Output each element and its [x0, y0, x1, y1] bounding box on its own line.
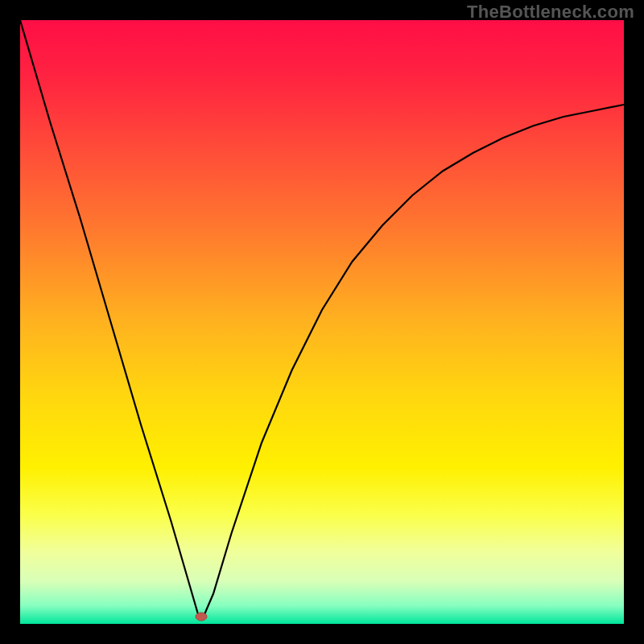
plot-area: [20, 20, 624, 624]
chart-frame: TheBottleneck.com: [0, 0, 644, 644]
watermark-text: TheBottleneck.com: [467, 2, 634, 23]
chart-svg: [20, 20, 624, 624]
optimal-point-marker: [196, 613, 207, 621]
